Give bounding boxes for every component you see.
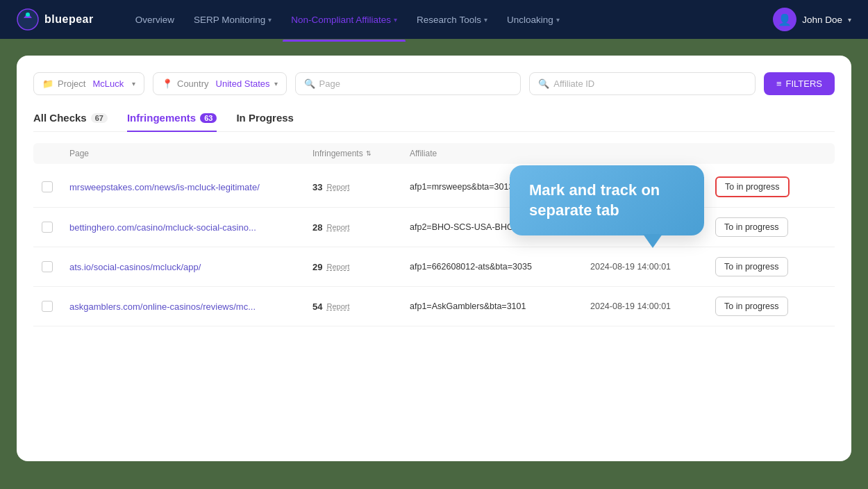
header-action bbox=[715, 149, 826, 158]
table-row: mrsweepstakes.com/news/is-mcluck-legitim… bbox=[33, 167, 835, 208]
affiliate-filter[interactable]: 🔍 Affiliate ID bbox=[529, 72, 756, 95]
content-wrapper: 📁 Project McLuck ▾ 📍 Country United Stat… bbox=[0, 39, 868, 489]
header-page: Page bbox=[69, 149, 312, 158]
nav-item-non-compliant[interactable]: Non-Compliant Affiliates ▾ bbox=[283, 9, 406, 31]
project-value: McLuck bbox=[92, 78, 124, 89]
data-table: Page Infringements ⇅ Affiliate mrsweepst… bbox=[33, 143, 835, 326]
all-checks-badge: 67 bbox=[91, 113, 108, 123]
infringements-cell: 28 Report bbox=[312, 222, 410, 233]
filters-row: 📁 Project McLuck ▾ 📍 Country United Stat… bbox=[33, 72, 835, 95]
row-checkbox[interactable] bbox=[42, 181, 69, 192]
page-link[interactable]: ats.io/social-casinos/mcluck/app/ bbox=[69, 262, 201, 272]
country-label: Country bbox=[177, 78, 209, 89]
user-name: John Doe bbox=[802, 15, 842, 25]
affiliate-cell: afp1=AskGamblers&bta=3101 bbox=[410, 301, 590, 311]
chevron-down-icon: ▾ bbox=[394, 16, 397, 24]
page-placeholder: Page bbox=[319, 78, 340, 89]
date-cell: 2024-08-19 14:00:01 bbox=[590, 301, 715, 311]
table-row: ats.io/social-casinos/mcluck/app/ 29 Rep… bbox=[33, 247, 835, 287]
header-affiliate: Affiliate bbox=[410, 149, 590, 158]
folder-icon: 📁 bbox=[42, 78, 53, 89]
tabs-row: All Checks 67 Infringements 63 In Progre… bbox=[33, 112, 835, 132]
table-row: askgamblers.com/online-casinos/reviews/m… bbox=[33, 287, 835, 326]
user-menu[interactable]: 👤 John Doe ▾ bbox=[773, 8, 851, 31]
header-infringements: Infringements ⇅ bbox=[312, 149, 410, 158]
page-filter[interactable]: 🔍 Page bbox=[295, 72, 521, 95]
to-in-progress-button[interactable]: To in progress bbox=[715, 297, 788, 316]
page-link[interactable]: mrsweepstakes.com/news/is-mcluck-legitim… bbox=[69, 182, 260, 192]
row-checkbox[interactable] bbox=[42, 301, 69, 312]
header-select bbox=[42, 149, 69, 158]
logo[interactable]: bluepear bbox=[17, 8, 94, 31]
infringements-cell: 33 Report bbox=[312, 182, 410, 192]
to-in-progress-button[interactable]: To in progress bbox=[715, 257, 788, 276]
affiliate-placeholder: Affiliate ID bbox=[553, 78, 594, 89]
nav-links: Overview SERP Monitoring ▾ Non-Compliant… bbox=[127, 9, 751, 31]
country-value: United States bbox=[216, 78, 270, 89]
header-date bbox=[590, 149, 715, 158]
infringements-cell: 29 Report bbox=[312, 262, 410, 272]
table-header: Page Infringements ⇅ Affiliate bbox=[33, 143, 835, 164]
page-link[interactable]: askgamblers.com/online-casinos/reviews/m… bbox=[69, 301, 256, 312]
report-link[interactable]: Report bbox=[326, 223, 349, 231]
chevron-down-icon: ▾ bbox=[274, 80, 278, 88]
tab-infringements[interactable]: Infringements 63 bbox=[127, 112, 217, 132]
nav-item-uncloaking[interactable]: Uncloaking ▾ bbox=[499, 9, 568, 31]
to-in-progress-button[interactable]: To in progress bbox=[715, 217, 788, 237]
page-link[interactable]: bettinghero.com/casino/mcluck-social-cas… bbox=[69, 222, 256, 233]
report-link[interactable]: Report bbox=[326, 263, 349, 271]
country-filter[interactable]: 📍 Country United States ▾ bbox=[153, 72, 287, 95]
row-checkbox[interactable] bbox=[42, 222, 69, 233]
project-label: Project bbox=[58, 78, 85, 89]
table-row: bettinghero.com/casino/mcluck-social-cas… bbox=[33, 208, 835, 247]
filter-icon: ≡ bbox=[776, 78, 782, 89]
search-icon: 🔍 bbox=[304, 78, 315, 89]
affiliate-cell: afp1=662608012-ats&bta=3035 bbox=[410, 262, 590, 272]
nav-item-research[interactable]: Research Tools ▾ bbox=[408, 9, 496, 31]
search-icon: 🔍 bbox=[538, 78, 549, 89]
avatar: 👤 bbox=[773, 8, 796, 31]
chevron-down-icon: ▾ bbox=[132, 80, 135, 88]
chevron-down-icon: ▾ bbox=[268, 16, 272, 24]
svg-point-2 bbox=[26, 13, 30, 17]
chevron-down-icon: ▾ bbox=[484, 16, 487, 24]
date-cell: 2024-08-19 14:00:01 bbox=[590, 262, 715, 272]
row-checkbox[interactable] bbox=[42, 261, 69, 272]
report-link[interactable]: Report bbox=[326, 183, 349, 191]
svg-point-0 bbox=[17, 9, 38, 30]
filters-button[interactable]: ≡ FILTERS bbox=[764, 72, 835, 95]
sort-icon: ⇅ bbox=[366, 150, 372, 157]
infringements-badge: 63 bbox=[200, 113, 217, 123]
tooltip-bubble: Mark and track on separate tab bbox=[510, 165, 704, 235]
report-link[interactable]: Report bbox=[326, 302, 349, 310]
logo-text: bluepear bbox=[44, 13, 94, 26]
main-card: 📁 Project McLuck ▾ 📍 Country United Stat… bbox=[17, 56, 851, 461]
to-in-progress-button[interactable]: To in progress bbox=[715, 176, 790, 197]
nav-item-overview[interactable]: Overview bbox=[127, 9, 183, 31]
project-filter[interactable]: 📁 Project McLuck ▾ bbox=[33, 72, 144, 95]
chevron-down-icon: ▾ bbox=[848, 16, 851, 24]
tab-all-checks[interactable]: All Checks 67 bbox=[33, 112, 108, 132]
location-icon: 📍 bbox=[162, 78, 173, 89]
infringements-cell: 54 Report bbox=[312, 301, 410, 312]
logo-icon bbox=[17, 8, 39, 31]
tab-in-progress[interactable]: In Progress bbox=[236, 112, 294, 132]
chevron-down-icon: ▾ bbox=[556, 16, 560, 24]
navbar: bluepear Overview SERP Monitoring ▾ Non-… bbox=[0, 0, 868, 39]
nav-item-serp[interactable]: SERP Monitoring ▾ bbox=[185, 9, 280, 31]
